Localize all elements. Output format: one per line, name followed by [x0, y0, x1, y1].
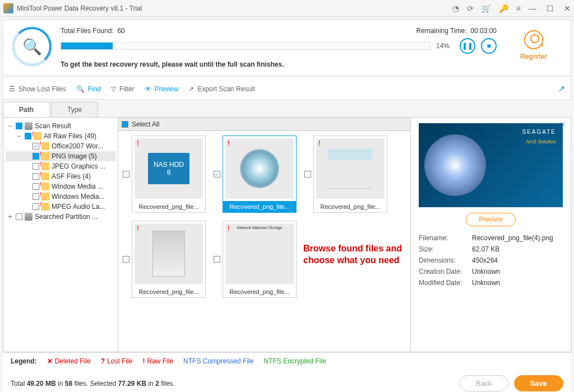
preview-subtitle: NAS Solution	[526, 139, 556, 144]
tree-item[interactable]: MPEG Audio La...	[6, 202, 115, 212]
meta-value: Unknown	[472, 279, 563, 287]
thumb-checkbox[interactable]	[123, 171, 129, 178]
tree-item-label: ASF Files (4)	[52, 172, 91, 180]
minimize-button[interactable]: —	[529, 4, 536, 13]
preview-pane: ✕ SEAGATE NAS Solution Preview Filename:…	[411, 118, 571, 352]
preview-image: SEAGATE NAS Solution	[419, 123, 563, 207]
thumb-item[interactable]: Recovered_png_file...	[214, 221, 298, 298]
result-tree: −Scan Result −All Raw Files (49) Office2…	[3, 118, 118, 352]
tree-raw-files[interactable]: −All Raw Files (49)	[6, 131, 115, 141]
thumb-caption: Recovered_png_file...	[132, 201, 205, 212]
app-icon	[3, 3, 13, 13]
tab-path[interactable]: Path	[3, 102, 50, 117]
find-button[interactable]: 🔍Find	[76, 85, 101, 93]
tree-item[interactable]: JPEG Graphics ...	[6, 161, 115, 171]
view-tabs: Path Type	[3, 102, 571, 117]
maximize-button[interactable]: ☐	[547, 4, 554, 13]
save-button[interactable]: Save	[514, 375, 563, 391]
menu-icon[interactable]: ≡	[516, 4, 521, 13]
export-icon: ↗	[188, 85, 194, 93]
meta-key: Dimensions:	[419, 256, 472, 264]
tree-item[interactable]: Window Media ...	[6, 181, 115, 192]
search-icon: 🔍	[76, 85, 85, 93]
show-lost-label: Show Lost Files	[18, 85, 66, 93]
tree-root-label: Scan Result	[35, 122, 71, 130]
thumb-caption: Recovered_png_file...	[132, 286, 205, 297]
thumb-checkbox[interactable]	[123, 256, 129, 263]
scan-progress-icon: 🔍	[12, 27, 52, 66]
tree-item-label: MPEG Audio La...	[52, 203, 105, 211]
tree-item-label: JPEG Graphics ...	[52, 162, 105, 170]
tree-item[interactable]: PNG Image (5)	[6, 151, 115, 161]
thumb-checkbox[interactable]	[304, 171, 311, 178]
show-lost-files-button[interactable]: ☰Show Lost Files	[9, 85, 66, 93]
tree-item[interactable]: Office2007 Wor...	[6, 141, 115, 151]
back-button[interactable]: Back	[460, 375, 508, 391]
speed-icon[interactable]: ◔	[452, 4, 459, 13]
select-all-bar[interactable]: Select All	[118, 118, 410, 131]
main-area: −Scan Result −All Raw Files (49) Office2…	[3, 117, 571, 352]
key-icon[interactable]: 🔑	[499, 4, 508, 13]
meta-key: Filename:	[419, 234, 472, 242]
tree-item[interactable]: Windows Media...	[6, 192, 115, 202]
stop-button[interactable]: ■	[481, 38, 497, 54]
progress-note: To get the best recovery result, please …	[61, 60, 497, 68]
thumb-item[interactable]: Recovered_png_file...	[123, 221, 207, 298]
legend-raw: Raw File	[147, 357, 173, 365]
tree-searched-partition[interactable]: +Searched Partition ...	[6, 212, 115, 222]
progress-bar	[61, 42, 430, 50]
window-controls: — ☐ ✕	[529, 4, 571, 13]
meta-key: Creation Date:	[419, 268, 472, 276]
refresh-icon[interactable]: ⟳	[467, 4, 474, 13]
legend-ntfs-encrypted: NTFS Encrypted File	[263, 357, 326, 365]
preview-button[interactable]: 👁Preview	[145, 85, 179, 93]
thumb-image	[135, 223, 203, 284]
share-icon[interactable]: ↗	[558, 83, 565, 94]
tree-raw-label: All Raw Files (49)	[44, 132, 96, 140]
export-button[interactable]: ↗Export Scan Result	[188, 85, 255, 93]
thumb-item[interactable]: Recovered_png_file...	[214, 136, 298, 213]
thumb-checkbox[interactable]	[214, 256, 220, 263]
legend-bar: Legend: ✕Deleted File ?Lost File !Raw Fi…	[3, 352, 571, 370]
thumb-image	[135, 138, 203, 199]
legend-deleted: Deleted File	[55, 357, 91, 365]
pause-button[interactable]: ❚❚	[460, 38, 475, 54]
tree-item-label: PNG Image (5)	[52, 152, 97, 160]
titlebar: MiniTool Power Data Recovery v8.1 - Tria…	[0, 0, 574, 17]
thumb-caption: Recovered_png_file...	[314, 201, 387, 212]
filter-button[interactable]: ▽Filter	[111, 85, 135, 93]
tree-root[interactable]: −Scan Result	[6, 121, 115, 131]
tree-item-label: Office2007 Wor...	[52, 142, 103, 150]
thumb-item[interactable]: Recovered_png_file...	[304, 136, 388, 213]
thumb-image	[316, 138, 385, 199]
thumb-item[interactable]: Recovered_png_file...	[123, 136, 207, 213]
window-title: MiniTool Power Data Recovery v8.1 - Tria…	[17, 4, 452, 12]
tree-searched-label: Searched Partition ...	[35, 213, 98, 221]
status-text: Total 49.20 MB in 58 files. Selected 77.…	[11, 380, 454, 388]
thumb-caption: Recovered_png_file...	[223, 286, 296, 297]
register-box[interactable]: Register	[506, 27, 562, 60]
meta-key: Modified Date:	[419, 279, 472, 287]
find-label: Find	[88, 85, 101, 93]
legend-lost: Lost File	[107, 357, 132, 365]
thumb-checkbox[interactable]	[214, 171, 220, 178]
legend-label: Legend:	[11, 357, 37, 365]
found-label: Total Files Found:	[61, 27, 114, 35]
remaining-label: Remaining Time:	[416, 27, 467, 35]
meta-key: Size:	[419, 245, 472, 253]
tab-type[interactable]: Type	[51, 102, 98, 117]
tree-item[interactable]: ASF Files (4)	[6, 171, 115, 181]
preview-brand: SEAGATE	[522, 129, 557, 135]
progress-panel: 🔍 Total Files Found: 60 Remaining Time: …	[3, 20, 571, 76]
preview-label: Preview	[155, 85, 179, 93]
cart-icon[interactable]: 🛒	[482, 4, 491, 13]
titlebar-actions: ◔ ⟳ 🛒 🔑 ≡	[452, 4, 521, 13]
open-preview-button[interactable]: Preview	[466, 213, 516, 226]
toolbar: ☰Show Lost Files 🔍Find ▽Filter 👁Preview …	[3, 78, 571, 100]
export-label: Export Scan Result	[197, 85, 255, 93]
legend-ntfs-compressed: NTFS Compressed File	[183, 357, 253, 365]
close-button[interactable]: ✕	[564, 4, 571, 13]
found-value: 60	[117, 27, 124, 35]
thumbnail-grid: Recovered_png_file... Recovered_png_file…	[118, 131, 410, 352]
filter-label: Filter	[119, 85, 135, 93]
